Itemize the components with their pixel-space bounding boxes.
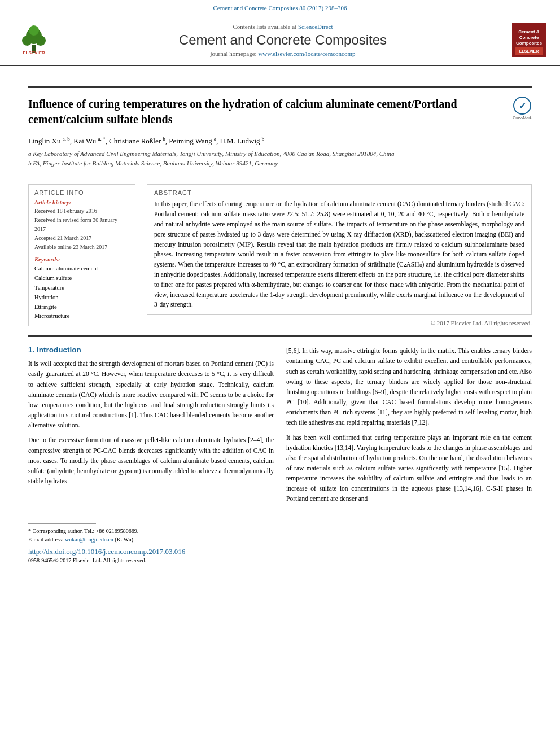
footnote-links: http://dx.doi.org/10.1016/j.cemconcomp.2… (28, 547, 532, 556)
kw-2: Calcium sulfate (34, 274, 129, 283)
intro-col1: 1. Introduction It is well accepted that… (28, 346, 274, 508)
main-content: Influence of curing temperatures on the … (0, 66, 560, 576)
svg-text:ELSEVIER: ELSEVIER (519, 49, 539, 53)
journal-title: Cement and Concrete Composites (62, 32, 504, 48)
available-date: Available online 23 March 2017 (34, 243, 129, 252)
introduction-section: 1. Introduction It is well accepted that… (28, 346, 532, 508)
affiliation-a: a Key Laboratory of Advanced Civil Engin… (28, 149, 532, 159)
footnote-area: * Corresponding author. Tel.: +86 021695… (28, 520, 532, 565)
crossmark-icon: ✓ (513, 97, 531, 115)
affiliations: a Key Laboratory of Advanced Civil Engin… (28, 149, 532, 168)
abstract-header: ABSTRACT (154, 189, 524, 196)
authors-line: Linglin Xu a, b, Kai Wu a, *, Christiane… (28, 136, 532, 146)
divider-mid (28, 176, 532, 176)
crossmark-label: CrossMark (513, 116, 532, 120)
keywords-label: Keywords: (34, 256, 129, 263)
keywords-section: Keywords: Calcium aluminate cement Calci… (34, 256, 129, 321)
svg-text:Composites: Composites (516, 41, 542, 46)
svg-text:ELSEVIER: ELSEVIER (23, 50, 45, 55)
svg-point-5 (29, 25, 39, 36)
svg-text:Cement &: Cement & (518, 29, 540, 34)
article-info-box: ARTICLE INFO Article history: Received 1… (28, 184, 135, 326)
doi-link[interactable]: http://dx.doi.org/10.1016/j.cemconcomp.2… (28, 547, 185, 556)
abstract-text: In this paper, the effects of curing tem… (154, 199, 524, 310)
intro-col2: [5,6]. In this way, massive ettringite f… (286, 346, 532, 508)
divider-body (28, 335, 532, 337)
svg-point-3 (22, 36, 32, 46)
affiliation-b: b FA, Finger-Institute for Building Mate… (28, 159, 532, 168)
journal-logo: Cement & Concrete Composites ELSEVIER (509, 21, 549, 59)
footnote-divider (28, 523, 96, 524)
left-col: ARTICLE INFO Article history: Received 1… (28, 184, 135, 326)
article-title: Influence of curing temperatures on the … (28, 97, 507, 127)
homepage-link[interactable]: www.elsevier.com/locate/cemconcomp (258, 50, 355, 57)
article-info-header: ARTICLE INFO (34, 189, 129, 196)
kw-4: Hydration (34, 293, 129, 303)
footnote-email: E-mail address: wukai@tongji.edu.cn (K. … (28, 535, 532, 544)
journal-logo-box: Cement & Concrete Composites ELSEVIER (510, 21, 548, 59)
received-revised-date: Received in revised form 30 January 2017 (34, 216, 129, 234)
journal-header: ELSEVIER Contents lists available at Sci… (0, 15, 560, 66)
intro-p2: Due to the excessive formation of massiv… (28, 435, 274, 486)
intro-p3: [5,6]. In this way, massive ettringite f… (286, 346, 532, 427)
accepted-date: Accepted 21 March 2017 (34, 234, 129, 243)
svg-text:Concrete: Concrete (519, 35, 539, 40)
sciencedirect-link[interactable]: ScienceDirect (298, 23, 333, 30)
kw-6: Microstructure (34, 312, 129, 321)
top-bar: Cement and Concrete Composites 80 (2017)… (0, 0, 560, 15)
article-dates: Received 18 February 2016 Received in re… (34, 207, 129, 252)
intro-p4: It has been well confirmed that curing t… (286, 433, 532, 504)
received-date: Received 18 February 2016 (34, 207, 129, 216)
elsevier-logo: ELSEVIER (11, 24, 56, 57)
kw-5: Ettringite (34, 303, 129, 312)
article-title-section: Influence of curing temperatures on the … (28, 97, 532, 127)
divider-top (28, 86, 532, 88)
section1-title: 1. Introduction (28, 346, 274, 354)
article-history-label: Article history: (34, 199, 129, 206)
svg-point-4 (36, 36, 46, 46)
homepage-line: journal homepage: www.elsevier.com/locat… (62, 50, 504, 57)
elsevier-tree-svg: ELSEVIER (11, 24, 56, 55)
article-info-abstract-section: ARTICLE INFO Article history: Received 1… (28, 184, 532, 326)
copyright-line: © 2017 Elsevier Ltd. All rights reserved… (147, 320, 532, 326)
journal-center-block: Contents lists available at ScienceDirec… (62, 23, 504, 57)
keywords-list: Calcium aluminate cement Calcium sulfate… (34, 264, 129, 321)
footnote-issn: 0958-9465/© 2017 Elsevier Ltd. All right… (28, 556, 532, 565)
intro-p1: It is well accepted that the strength de… (28, 359, 274, 430)
journal-ref-link[interactable]: Cement and Concrete Composites 80 (2017)… (213, 5, 347, 11)
footnote-corresponding: * Corresponding author. Tel.: +86 021695… (28, 527, 532, 535)
right-col: ABSTRACT In this paper, the effects of c… (147, 184, 532, 326)
abstract-box: ABSTRACT In this paper, the effects of c… (147, 184, 532, 315)
kw-3: Temperature (34, 283, 129, 293)
kw-1: Calcium aluminate cement (34, 264, 129, 274)
footnote-email-link[interactable]: wukai@tongji.edu.cn (65, 536, 113, 543)
journal-logo-svg: Cement & Concrete Composites ELSEVIER (512, 23, 546, 57)
contents-line: Contents lists available at ScienceDirec… (62, 23, 504, 30)
crossmark[interactable]: ✓ CrossMark (513, 97, 532, 120)
